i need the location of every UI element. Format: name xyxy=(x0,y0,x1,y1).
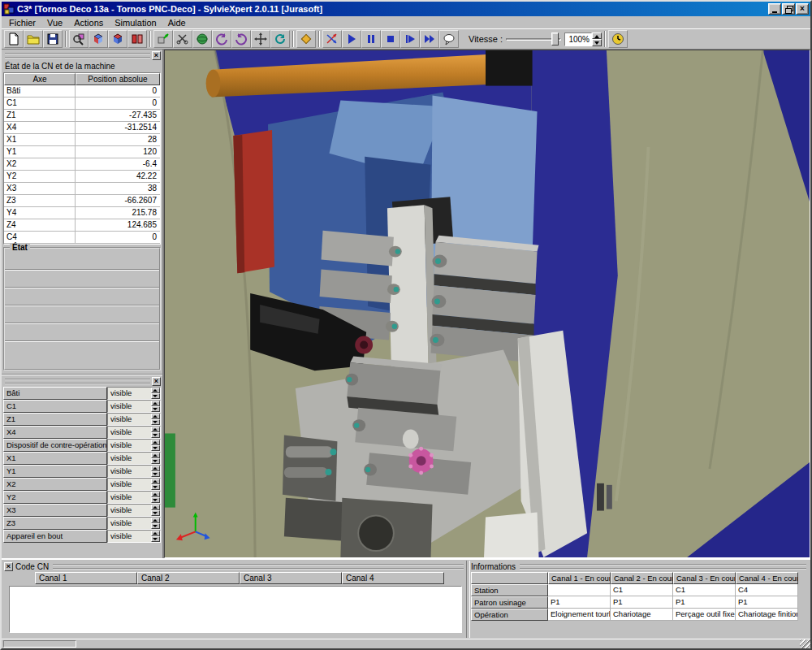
spin-down-icon[interactable] xyxy=(151,484,160,490)
spin-down-icon[interactable] xyxy=(151,445,160,451)
panel-grip[interactable] xyxy=(5,53,150,58)
minimize-icon xyxy=(772,11,777,13)
spin-up-icon[interactable] xyxy=(151,388,160,393)
menu-item[interactable]: Fichier xyxy=(3,17,41,28)
spin-up-icon[interactable] xyxy=(151,453,160,458)
menu-item[interactable]: Actions xyxy=(68,17,109,28)
spin-up-icon[interactable] xyxy=(151,531,160,536)
close-button[interactable]: × xyxy=(796,3,809,15)
visibility-dropdown[interactable]: visible xyxy=(107,530,161,543)
spin-up-icon[interactable] xyxy=(151,427,160,432)
refresh-view-button[interactable] xyxy=(270,30,290,48)
menu-item[interactable]: Aide xyxy=(162,17,192,28)
visibility-dropdown[interactable]: visible xyxy=(107,439,161,452)
spin-down-icon[interactable] xyxy=(151,510,160,516)
spin-down-icon[interactable] xyxy=(151,536,160,542)
vitesse-slider[interactable] xyxy=(506,32,561,46)
spin-up-icon[interactable] xyxy=(151,518,160,523)
spin-down-icon[interactable] xyxy=(151,471,160,477)
sphere-view-button[interactable] xyxy=(192,30,212,48)
menu-item[interactable]: Simulation xyxy=(109,17,162,28)
orient-cube-button[interactable] xyxy=(153,30,173,48)
visibility-panel-header[interactable]: × xyxy=(3,376,161,386)
stop-button[interactable] xyxy=(381,30,400,48)
speed-spin-down-icon[interactable] xyxy=(592,39,602,46)
cn-table-row: Z4 124.685 xyxy=(4,219,160,232)
clock-button[interactable] xyxy=(608,30,628,48)
spin-up-icon[interactable] xyxy=(151,466,160,471)
titlebar[interactable]: C3* [Tornos Deco 13a - Tornos PNC-Deco] … xyxy=(2,2,810,16)
viewport-3d-scene[interactable] xyxy=(165,50,810,557)
visibility-dropdown[interactable]: visible xyxy=(107,491,161,504)
view-cube-button[interactable] xyxy=(89,30,108,48)
toolbar-separator xyxy=(292,31,294,47)
trajectory-button[interactable] xyxy=(322,30,342,48)
spin-down-icon[interactable] xyxy=(151,406,160,412)
menu-item[interactable]: Vue xyxy=(41,17,68,28)
info-cell: P1 xyxy=(548,596,611,609)
pause-button[interactable] xyxy=(361,30,381,48)
save-button[interactable] xyxy=(43,30,63,48)
resize-grip-icon[interactable] xyxy=(800,639,810,648)
code-cn-close-button[interactable]: × xyxy=(4,562,13,571)
pan-view-icon xyxy=(254,32,267,46)
speed-value-field[interactable]: 100% xyxy=(564,32,592,46)
spin-up-icon[interactable] xyxy=(151,492,160,497)
spin-up-icon[interactable] xyxy=(151,479,160,484)
pan-view-button[interactable] xyxy=(251,30,270,48)
spin-up-icon[interactable] xyxy=(151,414,160,419)
view-iso-button[interactable] xyxy=(108,30,127,48)
comment-button[interactable] xyxy=(439,30,459,48)
spin-down-icon[interactable] xyxy=(151,419,160,425)
play-button[interactable] xyxy=(342,30,361,48)
slider-thumb[interactable] xyxy=(551,32,559,46)
restore-icon xyxy=(785,6,793,13)
view-panels-button[interactable] xyxy=(127,30,147,48)
panel-grip[interactable] xyxy=(53,564,464,570)
app-icon xyxy=(3,3,15,15)
open-file-button[interactable] xyxy=(24,30,43,48)
visibility-dropdown[interactable]: visible xyxy=(107,387,161,400)
cut-view-button[interactable] xyxy=(173,30,192,48)
restore-button[interactable] xyxy=(782,3,795,15)
visibility-dropdown[interactable]: visible xyxy=(107,478,161,491)
rotate-left-button[interactable] xyxy=(212,30,231,48)
spin-down-icon[interactable] xyxy=(151,523,160,529)
collision-check-button[interactable] xyxy=(296,30,316,48)
speed-spin-up-icon[interactable] xyxy=(592,32,602,40)
spin-down-icon[interactable] xyxy=(151,393,160,399)
visibility-dropdown[interactable]: visible xyxy=(107,452,161,465)
panel-grip[interactable] xyxy=(5,379,150,384)
cn-panel-close-button[interactable]: × xyxy=(152,51,161,60)
visibility-dropdown[interactable]: visible xyxy=(107,400,161,413)
visibility-dropdown[interactable]: visible xyxy=(107,517,161,530)
visibility-axis-label: Z1 xyxy=(3,413,107,426)
visibility-panel-close-button[interactable]: × xyxy=(152,377,161,386)
spin-up-icon[interactable] xyxy=(151,440,160,445)
spin-down-icon[interactable] xyxy=(151,432,160,438)
visibility-dropdown[interactable]: visible xyxy=(107,413,161,426)
new-file-button[interactable] xyxy=(4,30,24,48)
cn-panel-header[interactable]: × xyxy=(3,50,161,60)
step-forward-button[interactable] xyxy=(400,30,420,48)
info-channel-header: Canal 1 - En cours xyxy=(548,572,611,584)
viewport-3d[interactable] xyxy=(164,50,810,558)
code-cn-editor[interactable] xyxy=(9,586,462,633)
zoom-machine-button[interactable] xyxy=(69,30,89,48)
panel-grip[interactable] xyxy=(520,564,806,570)
rotate-right-button[interactable] xyxy=(231,30,251,48)
visibility-row: X3 visible xyxy=(3,504,161,517)
spin-up-icon[interactable] xyxy=(151,401,160,406)
spin-down-icon[interactable] xyxy=(151,497,160,503)
axis-position: 215.78 xyxy=(76,207,160,219)
fast-forward-button[interactable] xyxy=(420,30,439,48)
visibility-dropdown[interactable]: visible xyxy=(107,426,161,439)
code-gutter xyxy=(4,572,35,584)
visibility-dropdown[interactable]: visible xyxy=(107,504,161,517)
visibility-dropdown[interactable]: visible xyxy=(107,465,161,478)
spin-up-icon[interactable] xyxy=(151,505,160,510)
minimize-button[interactable] xyxy=(768,3,781,15)
spin-down-icon[interactable] xyxy=(151,458,160,464)
axis-position: 0 xyxy=(76,85,160,97)
visibility-axis-label: Y1 xyxy=(3,465,107,478)
